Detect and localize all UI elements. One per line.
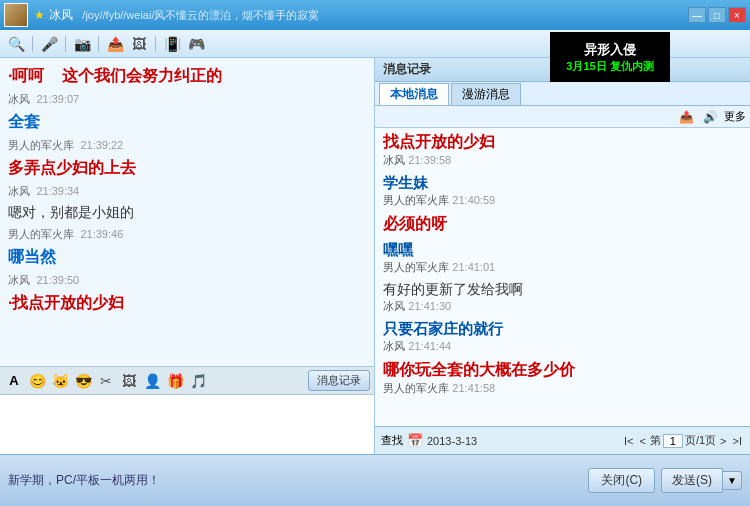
page-input[interactable] [663, 434, 683, 448]
maximize-button[interactable]: □ [708, 7, 726, 23]
input-toolbar: A 😊 🐱 😎 ✂ 🖼 👤 🎁 🎵 消息记录 [0, 366, 374, 394]
records-panel: 消息记录 本地消息 漫游消息 📤 🔊 更多 找点开放的少妇 冰风 21:39:5… [375, 58, 750, 454]
record-text: 只要石家庄的就行 [383, 320, 503, 337]
message-time: 21:39:46 [77, 228, 123, 240]
calendar-icon[interactable]: 📅 [407, 433, 423, 448]
record-text: 必须的呀 [383, 215, 447, 232]
search-icon[interactable]: 🔍 [6, 34, 26, 54]
nav-first-button[interactable]: I< [622, 435, 635, 447]
image-icon[interactable]: 🖼 [119, 371, 139, 391]
message-time: 21:39:50 [33, 274, 79, 286]
message-input[interactable] [0, 395, 374, 454]
page-label: 第 [650, 433, 661, 448]
scissors-icon[interactable]: ✂ [96, 371, 116, 391]
pagination: I< < 第 页/1页 > >I [622, 433, 744, 448]
title-text: 冰风 /joy//fyb//weiai/风不懂云的漂泊，烟不懂手的寂寞 [49, 7, 688, 24]
sender-name: 冰风 [8, 185, 30, 197]
records-messages: 找点开放的少妇 冰风 21:39:58 学生妹 男人的军火库 21:40:59 … [375, 128, 750, 426]
close-chat-label: 关闭(C) [601, 473, 642, 487]
person-icon[interactable]: 👤 [142, 371, 162, 391]
records-button-label: 消息记录 [317, 374, 361, 386]
separator [65, 36, 66, 52]
bottom-bar: 新学期，PC/平板一机两用！ 关闭(C) 发送(S) ▼ [0, 454, 750, 506]
total-pages: 页/1页 [685, 433, 716, 448]
favorite-star: ★ [34, 8, 45, 22]
separator [98, 36, 99, 52]
records-sound-icon[interactable]: 🔊 [700, 107, 720, 127]
send-dropdown-button[interactable]: ▼ [723, 471, 742, 490]
separator [32, 36, 33, 52]
avatar [4, 3, 28, 27]
sender-name: 冰风 [8, 93, 30, 105]
record-sender: 男人的军火库 [383, 194, 449, 206]
close-chat-button[interactable]: 关闭(C) [588, 468, 655, 493]
minimize-button[interactable]: — [688, 7, 706, 23]
games-icon[interactable]: 🎮 [186, 34, 206, 54]
send-button-group: 发送(S) ▼ [661, 468, 742, 493]
message-text: ·呵呵 这个我们会努力纠正的 [8, 67, 222, 84]
share-icon[interactable]: 📤 [105, 34, 125, 54]
records-title: 消息记录 [383, 61, 431, 78]
nudge-icon[interactable]: 😎 [73, 371, 93, 391]
ad-line1: 异形入侵 [584, 41, 636, 59]
sender-name: 男人的军火库 [8, 228, 74, 240]
message-time: 21:39:34 [33, 185, 79, 197]
send-button[interactable]: 发送(S) [661, 468, 723, 493]
records-button[interactable]: 消息记录 [308, 370, 370, 391]
message-text: ·找点开放的少妇 [8, 294, 124, 311]
record-row: 学生妹 男人的军火库 21:40:59 [383, 174, 742, 208]
record-sender: 男人的军火库 [383, 382, 449, 394]
chat-messages: ·呵呵 这个我们会努力纠正的 冰风 21:39:07 全套 男人的军火库 21:… [0, 58, 374, 366]
message-meta: 冰风 21:39:50 [8, 271, 366, 289]
record-sender: 冰风 [383, 154, 405, 166]
tab-local[interactable]: 本地消息 [379, 83, 449, 105]
nav-prev-button[interactable]: < [637, 435, 647, 447]
camera-icon[interactable]: 📷 [72, 34, 92, 54]
record-sender: 男人的军火库 [383, 261, 449, 273]
message-time: 21:39:22 [77, 139, 123, 151]
font-icon[interactable]: A [4, 371, 24, 391]
message-text: 多弄点少妇的上去 [8, 159, 136, 176]
sender-name: 冰风 [8, 274, 30, 286]
nav-next-button[interactable]: > [718, 435, 728, 447]
mic-icon[interactable]: 🎤 [39, 34, 59, 54]
record-sender: 冰风 [383, 300, 405, 312]
record-row: 必须的呀 [383, 214, 742, 235]
ad-banner[interactable]: 异形入侵 3月15日 复仇内测 [550, 32, 670, 82]
subtitle: /joy//fyb//weiai/风不懂云的漂泊，烟不懂手的寂寞 [82, 9, 319, 21]
music-icon[interactable]: 🎵 [188, 371, 208, 391]
message-row: ·呵呵 这个我们会努力纠正的 [8, 64, 366, 88]
emoji-icon[interactable]: 😊 [27, 371, 47, 391]
gift-icon[interactable]: 🎁 [165, 371, 185, 391]
separator [155, 36, 156, 52]
username: 冰风 [49, 8, 73, 22]
message-meta: 男人的军火库 21:39:46 [8, 225, 366, 243]
records-bottom-bar: 查找 📅 2013-3-13 I< < 第 页/1页 > >I [375, 426, 750, 454]
emoticon-icon[interactable]: 🐱 [50, 371, 70, 391]
tab-roaming[interactable]: 漫游消息 [451, 83, 521, 105]
record-time: 21:41:01 [452, 261, 495, 273]
record-text: 学生妹 [383, 174, 428, 191]
nav-last-button[interactable]: >I [731, 435, 744, 447]
chat-panel: ·呵呵 这个我们会努力纠正的 冰风 21:39:07 全套 男人的军火库 21:… [0, 58, 375, 454]
shake-icon[interactable]: 📳 [162, 34, 182, 54]
close-button[interactable]: × [728, 7, 746, 23]
action-buttons: 关闭(C) 发送(S) ▼ [588, 468, 742, 493]
main-area: ·呵呵 这个我们会努力纠正的 冰风 21:39:07 全套 男人的军火库 21:… [0, 58, 750, 454]
records-share-icon[interactable]: 📤 [676, 107, 696, 127]
screenshot-icon[interactable]: 🖼 [129, 34, 149, 54]
message-text: 全套 [8, 113, 40, 130]
message-meta: 冰风 21:39:07 [8, 90, 366, 108]
record-text: 哪你玩全套的大概在多少价 [383, 361, 575, 378]
record-row: 只要石家庄的就行 冰风 21:41:44 [383, 320, 742, 354]
ad-line2: 3月15日 复仇内测 [566, 59, 653, 74]
record-row: 有好的更新了发给我啊 冰风 21:41:30 [383, 281, 742, 314]
record-row: 找点开放的少妇 冰风 21:39:58 [383, 132, 742, 168]
search-box: 查找 📅 2013-3-13 [381, 433, 618, 448]
message-text: 嗯对，别都是小姐的 [8, 204, 134, 220]
message-row: 嗯对，别都是小姐的 [8, 202, 366, 223]
more-button[interactable]: 更多 [724, 109, 746, 124]
message-row: 全套 [8, 110, 366, 134]
sender-name: 男人的军火库 [8, 139, 74, 151]
record-time: 21:41:44 [408, 340, 451, 352]
